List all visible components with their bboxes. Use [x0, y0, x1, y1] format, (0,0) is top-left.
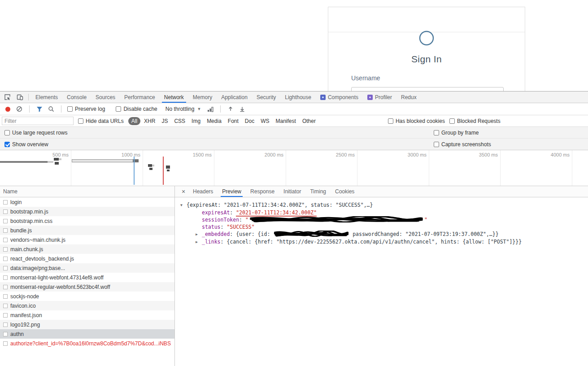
search-icon[interactable]: [47, 105, 55, 113]
filter-type-doc[interactable]: Doc: [242, 117, 257, 125]
disclosure-toggle[interactable]: ▶: [196, 231, 202, 238]
options-row-2: Show overview Capture screenshots: [0, 139, 588, 150]
detail-tab-timing[interactable]: Timing: [305, 186, 331, 197]
disclosure-toggle[interactable]: ▼: [180, 202, 187, 209]
request-row[interactable]: react_devtools_backend.js: [0, 254, 174, 263]
tab-lighthouse[interactable]: Lighthouse: [280, 92, 316, 103]
request-row[interactable]: authn: [0, 329, 174, 339]
request-row[interactable]: data:image/png;base...: [0, 263, 174, 273]
close-icon[interactable]: ×: [179, 186, 188, 197]
request-row[interactable]: main.chunk.js: [0, 244, 174, 254]
checkbox-box: [434, 142, 439, 147]
show-overview-checkbox[interactable]: Show overview: [4, 141, 48, 148]
detail-tab-preview[interactable]: Preview: [218, 186, 246, 197]
react-profiler-icon: [367, 95, 373, 100]
filter-icon[interactable]: [35, 105, 44, 113]
chevron-down-icon: ▼: [197, 107, 201, 111]
requests-pane: Name loginbootstrap.min.jsbootstrap.min.…: [0, 186, 175, 366]
divider: [28, 94, 29, 100]
filter-type-js[interactable]: JS: [159, 117, 170, 125]
request-row[interactable]: sockjs-node: [0, 292, 174, 301]
inspect-element-icon[interactable]: [1, 92, 13, 103]
overview-bar: [54, 158, 59, 161]
username-input[interactable]: [351, 87, 504, 91]
use-large-request-rows-checkbox[interactable]: Use large request rows: [4, 130, 67, 136]
filter-type-ws[interactable]: WS: [258, 117, 272, 125]
filter-type-img[interactable]: Img: [189, 117, 203, 125]
filter-type-manifest[interactable]: Manifest: [273, 117, 299, 125]
request-row[interactable]: manifest.json: [0, 310, 174, 320]
preview-segment: {expiresAt: "2021-07-11T12:34:42.000Z", …: [187, 202, 373, 208]
tab-elements[interactable]: Elements: [31, 92, 62, 103]
domcontentloaded-marker: [134, 157, 135, 185]
file-icon: [3, 209, 8, 214]
request-row[interactable]: login: [0, 197, 174, 207]
network-conditions-icon[interactable]: [206, 105, 214, 113]
clear-icon[interactable]: [15, 105, 23, 113]
tab-application[interactable]: Application: [217, 92, 252, 103]
filter-type-font[interactable]: Font: [225, 117, 241, 125]
hide-data-urls-checkbox[interactable]: Hide data URLs: [78, 118, 124, 124]
request-row[interactable]: montserrat-light-webfont.47314ef8.woff: [0, 273, 174, 282]
tab-sources[interactable]: Sources: [91, 92, 120, 103]
detail-tab-initiator[interactable]: Initiator: [279, 186, 305, 197]
checkbox-label: Use large request rows: [12, 130, 67, 136]
filter-type-other[interactable]: Other: [300, 117, 318, 125]
tab-label: Redux: [401, 94, 417, 100]
request-row[interactable]: favicon.ico: [0, 301, 174, 310]
tab-memory[interactable]: Memory: [188, 92, 217, 103]
blocked-requests-checkbox[interactable]: Blocked Requests: [449, 118, 501, 124]
overview-bar: [166, 166, 170, 169]
capture-screenshots-checkbox[interactable]: Capture screenshots: [434, 141, 491, 148]
filter-type-css[interactable]: CSS: [171, 117, 188, 125]
export-har-icon[interactable]: [238, 105, 246, 113]
username-label: Username: [351, 74, 380, 82]
filter-type-xhr[interactable]: XHR: [141, 117, 158, 125]
overview-bar: [148, 164, 152, 167]
request-name: manifest.json: [10, 312, 42, 318]
tab-components[interactable]: Components: [316, 92, 363, 103]
group-by-frame-checkbox[interactable]: Group by frame: [434, 130, 479, 136]
file-icon: [3, 228, 8, 233]
request-row[interactable]: authorize?client_id=%7B0oa16l0rnzw8CoBdm…: [0, 339, 174, 348]
tab-profiler[interactable]: Profiler: [363, 92, 396, 103]
network-overview[interactable]: 500 ms1000 ms1500 ms2000 ms2500 ms3000 m…: [0, 150, 588, 186]
filter-type-media[interactable]: Media: [204, 117, 224, 125]
tab-security[interactable]: Security: [252, 92, 280, 103]
tab-performance[interactable]: Performance: [120, 92, 160, 103]
disable-cache-checkbox[interactable]: Disable cache: [116, 106, 157, 112]
checkbox-box: [67, 106, 73, 112]
file-icon: [3, 266, 8, 270]
preview-segment: sessionToken: [202, 217, 239, 223]
record-button[interactable]: [4, 105, 12, 113]
tab-redux[interactable]: Redux: [396, 92, 421, 103]
request-row[interactable]: montserrat-regular-webfont.5623bc4f.woff: [0, 282, 174, 292]
tab-console[interactable]: Console: [62, 92, 91, 103]
request-name: bundle.js: [10, 227, 32, 234]
request-row[interactable]: vendors~main.chunk.js: [0, 235, 174, 244]
has-blocked-cookies-checkbox[interactable]: Has blocked cookies: [388, 118, 445, 124]
preview-line: ▶_embedded: {user: {id: passwordChanged:…: [180, 231, 588, 238]
disclosure-toggle[interactable]: ▶: [196, 239, 202, 246]
device-toolbar-icon[interactable]: [13, 92, 26, 103]
tab-label: Components: [328, 94, 358, 100]
request-row[interactable]: bootstrap.min.css: [0, 216, 174, 226]
tab-label: Sources: [96, 94, 115, 100]
detail-tab-headers[interactable]: Headers: [188, 186, 218, 197]
file-icon: [3, 275, 8, 280]
detail-tab-cookies[interactable]: Cookies: [331, 186, 359, 197]
request-row[interactable]: bundle.js: [0, 226, 174, 235]
filter-input[interactable]: [2, 117, 74, 125]
name-column-header[interactable]: Name: [0, 186, 174, 197]
preserve-log-checkbox[interactable]: Preserve log: [67, 106, 105, 112]
import-har-icon[interactable]: [226, 105, 235, 113]
detail-tab-response[interactable]: Response: [246, 186, 279, 197]
network-main: Name loginbootstrap.min.jsbootstrap.min.…: [0, 186, 588, 366]
request-row[interactable]: bootstrap.min.js: [0, 207, 174, 216]
grid-line: [143, 150, 143, 186]
file-icon: [3, 322, 8, 327]
throttling-dropdown[interactable]: No throttling ▼: [164, 105, 203, 113]
filter-type-all[interactable]: All: [128, 117, 140, 125]
request-row[interactable]: logo192.png: [0, 320, 174, 329]
tab-network[interactable]: Network: [160, 92, 188, 103]
